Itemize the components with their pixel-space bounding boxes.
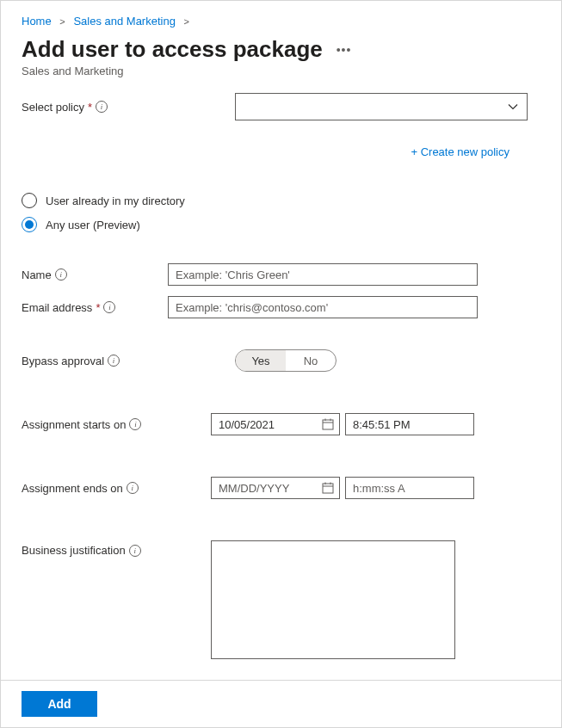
select-policy-label: Select policy — [22, 101, 84, 114]
toggle-yes[interactable]: Yes — [236, 350, 286, 371]
calendar-icon — [322, 482, 334, 494]
radio-label: Any user (Preview) — [46, 219, 140, 231]
radio-icon — [22, 217, 37, 232]
end-date-placeholder: MM/DD/YYYY — [219, 482, 289, 495]
email-input[interactable] — [168, 296, 478, 318]
end-date-input[interactable]: MM/DD/YYYY — [211, 477, 340, 499]
bypass-approval-label: Bypass approval — [22, 355, 104, 367]
create-new-policy-link[interactable]: + Create new policy — [411, 145, 510, 158]
chevron-right-icon: > — [184, 16, 189, 27]
radio-user-in-directory[interactable]: User already in my directory — [22, 193, 540, 208]
info-icon[interactable]: i — [129, 545, 141, 557]
footer: Add — [1, 680, 561, 727]
more-icon[interactable]: ••• — [337, 43, 352, 57]
breadcrumb-home[interactable]: Home — [22, 15, 52, 28]
page-subtitle: Sales and Marketing — [22, 65, 540, 77]
chevron-right-icon: > — [59, 16, 65, 27]
name-input[interactable] — [168, 263, 478, 286]
info-icon[interactable]: i — [108, 355, 120, 367]
start-date-input[interactable]: 10/05/2021 — [211, 413, 340, 435]
assignment-ends-label: Assignment ends on — [22, 482, 123, 495]
assignment-starts-label: Assignment starts on — [22, 418, 126, 431]
business-justification-label: Business justification — [22, 544, 126, 557]
info-icon[interactable]: i — [55, 268, 67, 281]
breadcrumb-sales-marketing[interactable]: Sales and Marketing — [73, 15, 176, 28]
end-time-placeholder: h:mm:ss A — [353, 482, 405, 495]
start-time-input[interactable]: 8:45:51 PM — [345, 413, 474, 435]
toggle-no[interactable]: No — [286, 350, 336, 371]
start-time-value: 8:45:51 PM — [353, 418, 411, 431]
info-icon[interactable]: i — [103, 301, 115, 313]
info-icon[interactable]: i — [129, 418, 141, 430]
start-date-value: 10/05/2021 — [219, 418, 275, 431]
business-justification-textarea[interactable] — [211, 540, 455, 659]
select-policy-dropdown[interactable] — [235, 93, 528, 120]
bypass-approval-toggle[interactable]: Yes No — [235, 349, 337, 372]
calendar-icon — [322, 418, 334, 430]
name-label: Name — [22, 268, 52, 281]
chevron-down-icon — [508, 102, 518, 112]
radio-label: User already in my directory — [46, 194, 185, 207]
email-label: Email address — [22, 301, 92, 314]
radio-any-user[interactable]: Any user (Preview) — [22, 217, 540, 232]
add-button[interactable]: Add — [22, 691, 97, 717]
info-icon[interactable]: i — [127, 482, 139, 494]
user-type-radio-group: User already in my directory Any user (P… — [22, 193, 540, 232]
svg-rect-0 — [323, 420, 333, 429]
svg-rect-4 — [323, 484, 333, 493]
breadcrumb: Home > Sales and Marketing > — [22, 15, 540, 28]
radio-icon — [22, 193, 37, 208]
required-asterisk: * — [96, 301, 100, 314]
end-time-input[interactable]: h:mm:ss A — [345, 477, 474, 499]
required-asterisk: * — [88, 101, 92, 114]
page-title: Add user to access package — [22, 36, 323, 63]
info-icon[interactable]: i — [96, 101, 108, 113]
